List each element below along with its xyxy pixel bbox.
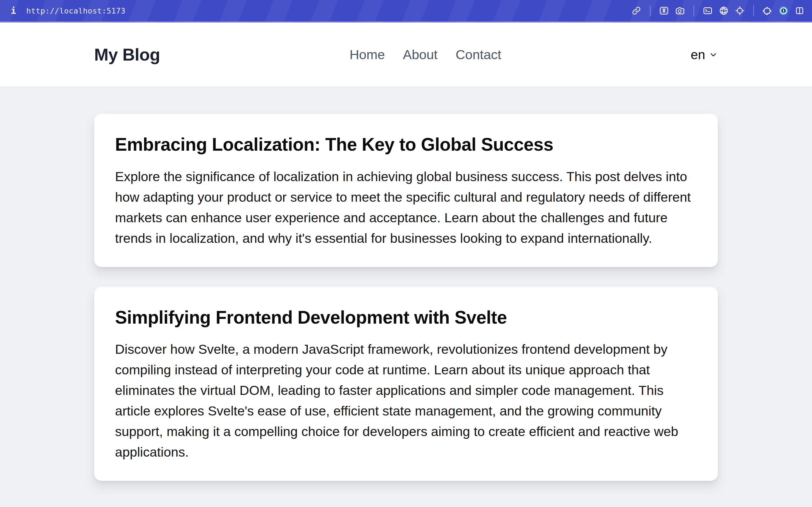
camera-icon[interactable] bbox=[675, 6, 685, 16]
wallpaper-image-icon[interactable] bbox=[659, 6, 669, 16]
post-excerpt: Explore the significance of localization… bbox=[115, 166, 697, 248]
site-title: My Blog bbox=[94, 45, 160, 64]
toolbar-separator bbox=[753, 5, 754, 16]
browser-toolbar bbox=[631, 5, 805, 16]
nav-link-about[interactable]: About bbox=[403, 47, 438, 62]
post-excerpt: Discover how Svelte, a modern JavaScript… bbox=[115, 339, 697, 462]
url-text[interactable]: http://localhost:5173 bbox=[26, 6, 125, 15]
language-select[interactable]: en bbox=[691, 47, 718, 62]
language-selected-value: en bbox=[691, 47, 705, 62]
post-title: Simplifying Frontend Development with Sv… bbox=[115, 307, 697, 328]
split-view-icon[interactable] bbox=[795, 6, 805, 16]
nav-link-contact[interactable]: Contact bbox=[456, 47, 501, 62]
onepassword-icon[interactable] bbox=[778, 6, 789, 16]
puzzle-icon[interactable] bbox=[762, 6, 772, 16]
url-group: i http://localhost:5173 bbox=[11, 6, 125, 15]
globe-icon[interactable] bbox=[719, 6, 729, 16]
link-icon[interactable] bbox=[631, 6, 642, 16]
terminal-icon[interactable] bbox=[703, 6, 713, 16]
toolbar-separator bbox=[650, 5, 651, 16]
post-card[interactable]: Embracing Localization: The Key to Globa… bbox=[94, 114, 718, 267]
chevron-down-icon bbox=[709, 50, 718, 59]
post-title: Embracing Localization: The Key to Globa… bbox=[115, 135, 697, 155]
blog-post-list: Embracing Localization: The Key to Globa… bbox=[0, 87, 812, 481]
site-header: My Blog Home About Contact en bbox=[0, 22, 812, 87]
info-icon: i bbox=[11, 6, 16, 15]
nav-link-home[interactable]: Home bbox=[350, 47, 385, 62]
main-nav: Home About Contact bbox=[350, 47, 501, 62]
browser-bar: i http://localhost:5173 bbox=[0, 0, 812, 22]
toolbar-separator bbox=[694, 5, 694, 16]
post-card[interactable]: Simplifying Frontend Development with Sv… bbox=[94, 287, 718, 481]
crosshair-icon[interactable] bbox=[735, 6, 745, 16]
